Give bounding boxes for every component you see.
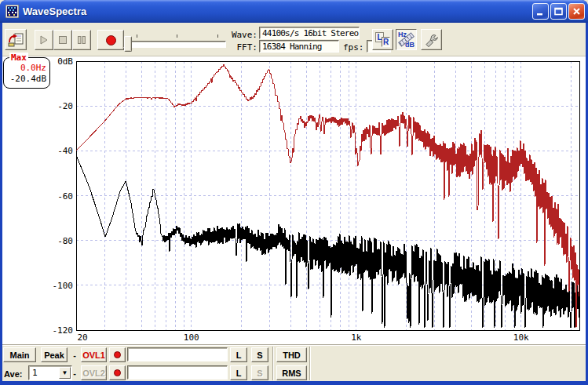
app-icon	[5, 5, 19, 18]
record-icon	[114, 369, 121, 376]
window-title: WaveSpectra	[23, 5, 86, 17]
position-slider-track[interactable]	[123, 41, 226, 48]
lr-channel-button[interactable]: L R	[372, 29, 393, 50]
fps-label: fps:	[343, 42, 364, 53]
max-box-title: Max	[9, 53, 28, 63]
pause-icon	[77, 35, 86, 45]
max-readout-box: Max 0.0Hz -20.4dB	[3, 57, 50, 89]
main-tab-button[interactable]: Main	[3, 347, 36, 362]
ovl1-load-button[interactable]: L	[230, 347, 247, 362]
fft-label: FFT:	[228, 42, 257, 53]
y-axis-label: -20	[57, 101, 73, 111]
y-axis-label: 0dB	[57, 56, 73, 67]
settings-button[interactable]	[421, 29, 442, 50]
y-axis-label: -40	[57, 146, 73, 156]
ave-value: 1	[31, 368, 39, 378]
ave-label: Ave:	[4, 369, 22, 379]
titlebar[interactable]: WaveSpectra	[0, 0, 588, 23]
ovl2-button[interactable]: OVL2	[81, 365, 107, 380]
play-icon	[39, 35, 49, 45]
toolbar-separator	[309, 347, 311, 380]
chevron-down-icon[interactable]: ▼	[59, 367, 71, 379]
stop-icon	[58, 35, 68, 45]
ovl1-record-button[interactable]	[109, 347, 126, 362]
fft-info-box: 16384 Hanning	[259, 40, 339, 53]
wave-info-box: 44100s/s 16bit Stereo	[259, 27, 360, 39]
ovl1-file-input[interactable]	[128, 350, 227, 363]
ave-combobox[interactable]: 1 ▼	[28, 365, 72, 380]
slider-tick	[217, 35, 218, 38]
wave-label: Wave:	[228, 30, 257, 40]
slider-tick	[137, 35, 137, 38]
toolbar: Wave: 44100s/s 16bit Stereo FFT: 16384 H…	[2, 23, 586, 56]
hz-db-scale-icon: Hz dB	[396, 30, 416, 49]
ovl1-file-field[interactable]	[127, 347, 228, 361]
pause-button[interactable]	[72, 30, 91, 50]
ovl1-button[interactable]: OVL1	[81, 347, 107, 362]
ovl1-save-button[interactable]: S	[251, 347, 268, 362]
dash-separator: -	[70, 350, 79, 360]
window-content: Wave: 44100s/s 16bit Stereo FFT: 16384 H…	[2, 23, 586, 381]
dash-separator: -	[70, 369, 79, 378]
ovl2-file-input[interactable]	[128, 369, 227, 381]
x-axis-label: 20	[77, 332, 87, 343]
record-icon	[114, 351, 121, 358]
spectrum-chart: 0dB-20-40-60-80-100-120201001k10k	[2, 56, 586, 344]
x-axis-label: 100	[184, 332, 199, 343]
wavespectra-window: WaveSpectra	[0, 0, 588, 385]
max-level-value: -20.4dB	[10, 74, 46, 84]
open-file-icon	[7, 32, 24, 48]
position-slider-thumb[interactable]	[124, 36, 132, 52]
open-file-button[interactable]	[5, 29, 27, 50]
ovl2-file-field[interactable]	[127, 365, 228, 380]
y-axis-label: -60	[57, 191, 73, 202]
stop-button[interactable]	[53, 30, 72, 50]
minimize-button[interactable]	[532, 3, 549, 20]
slider-tick	[177, 35, 177, 38]
bottom-control-bar: Main Peak - OVL1 L S THD Ave: 1 ▼ - OVL2	[2, 344, 586, 381]
y-axis-label: -100	[53, 281, 74, 291]
spectrum-panel: 0dB-20-40-60-80-100-120201001k10k Max 0.…	[2, 56, 586, 344]
rms-button[interactable]: RMS	[276, 365, 307, 380]
ovl2-save-button[interactable]: S	[251, 365, 268, 380]
toolbar-separator	[272, 347, 274, 380]
max-frequency-value: 0.0Hz	[20, 63, 46, 73]
ovl2-load-button[interactable]: L	[230, 365, 247, 380]
x-axis-label: 1k	[351, 332, 362, 343]
maximize-button[interactable]	[550, 3, 567, 20]
play-button[interactable]	[35, 30, 53, 50]
record-button[interactable]	[97, 30, 124, 50]
wrench-icon	[423, 31, 440, 48]
close-button[interactable]	[568, 3, 585, 20]
x-axis-label: 10k	[513, 332, 529, 343]
y-axis-label: -120	[53, 325, 74, 336]
peak-tab-button[interactable]: Peak	[41, 347, 68, 362]
y-axis-label: -80	[57, 236, 73, 246]
thd-button[interactable]: THD	[276, 347, 307, 362]
lr-channel-icon: L R	[373, 30, 393, 49]
record-icon	[106, 35, 116, 45]
ovl2-record-button[interactable]	[109, 365, 126, 380]
hz-db-scale-button[interactable]: Hz dB	[396, 29, 417, 50]
